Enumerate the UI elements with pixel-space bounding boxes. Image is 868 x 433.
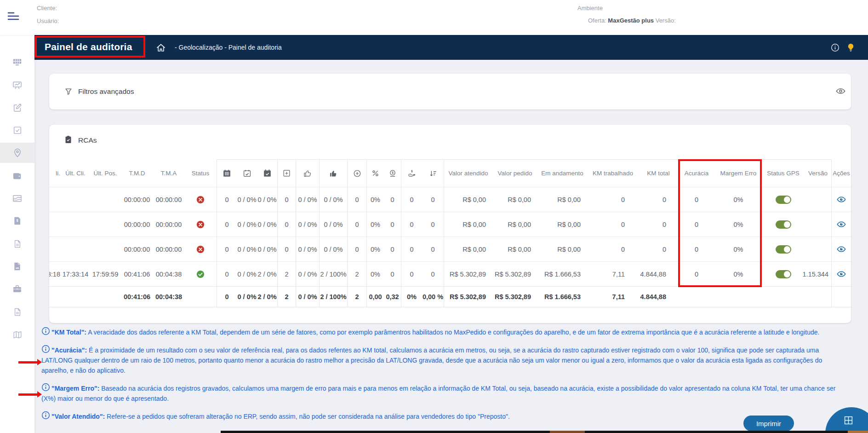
filters-panel[interactable]: Filtros avançados (49, 74, 851, 110)
table-cell: 0 (422, 212, 444, 237)
sidebar-item-wallet[interactable] (0, 166, 34, 186)
rca-title: RCAs (78, 136, 97, 144)
status-error-icon (196, 245, 205, 254)
sidebar-item-map[interactable] (0, 324, 34, 345)
toggle-knob (784, 196, 790, 203)
table-cell (831, 287, 851, 307)
presentation-chart-icon (12, 80, 23, 91)
column-header-status_gps: Status GPS (762, 159, 805, 187)
sidebar-item-presentation-chart[interactable] (0, 75, 34, 95)
taskbar-strip (221, 431, 868, 433)
table-cell: 7,11 (587, 262, 639, 286)
sidebar-item-document[interactable] (0, 234, 34, 254)
sidebar-item-report[interactable] (0, 256, 34, 277)
gps-toggle-on[interactable] (776, 270, 791, 278)
info-circle-icon[interactable] (831, 43, 839, 52)
table-header-row: li.Últ. Cli.Últ. Pos.T.M.DT.M.AStatusVal… (49, 159, 851, 187)
gps-toggle-on[interactable] (776, 245, 791, 254)
status-error-icon (196, 220, 205, 229)
table-cell: 0 / 0% (257, 187, 277, 212)
column-header-cal_done (257, 159, 277, 187)
column-header-acoes: Ações (831, 159, 851, 187)
table-cell: 00:00:00 (153, 237, 184, 261)
dashboard-icon (12, 57, 23, 68)
table-cell: 00:04:38 (153, 262, 184, 286)
rca-table: li.Últ. Cli.Últ. Pos.T.M.DT.M.AStatusVal… (49, 159, 851, 307)
view-details-button[interactable] (837, 221, 846, 227)
table-cell: 0 / 0% (296, 237, 319, 261)
sidebar-item-briefcase[interactable] (0, 279, 34, 299)
sidebar-item-location-pin[interactable] (0, 143, 34, 163)
table-cell (90, 212, 121, 237)
sidebar-item-checkbox[interactable] (0, 120, 34, 140)
taskbar-segment (550, 431, 585, 433)
info-circle-icon[interactable] (41, 327, 50, 335)
sidebar-item-edit[interactable] (0, 98, 34, 118)
footnote-label: "Margem Erro": (51, 385, 99, 392)
info-circle-icon[interactable] (41, 345, 50, 353)
table-cell: 2 (277, 262, 296, 286)
table-cell: 0 (277, 237, 296, 261)
area-chart-icon (12, 193, 23, 204)
column-header-valor_atendido: Valor atendido (444, 159, 492, 187)
topbar: Cliente: Usuário: Ambiente Oferta: MaxGe… (0, 0, 868, 35)
table-cell: 0% (715, 237, 762, 261)
lightbulb-icon[interactable] (846, 42, 856, 52)
footnote-text: Refere-se a pedidos que sofreram alteraç… (107, 413, 510, 420)
table-cell: 7,11 (587, 287, 639, 307)
view-details-button[interactable] (837, 271, 846, 277)
filter-icon (64, 87, 73, 96)
table-cell: 0 (347, 212, 366, 237)
hamburger-icon (6, 11, 20, 21)
gps-toggle-on[interactable] (776, 220, 791, 229)
visibility-eye-icon[interactable] (836, 88, 845, 94)
table-cell: 00:41:06 (121, 287, 153, 307)
taskbar-segment (848, 431, 868, 433)
column-header-like_out (296, 159, 319, 187)
percent-icon (371, 169, 379, 177)
table-cell: 0 (401, 262, 422, 286)
table-cell: 0% (715, 212, 762, 237)
table-cell: 0 (277, 187, 296, 212)
column-header-tma: T.M.A (153, 159, 184, 187)
menu-toggle-button[interactable] (6, 11, 20, 23)
table-cell (49, 187, 61, 212)
table-cell: 0% (366, 187, 384, 212)
sidebar-item-dashboard[interactable] (0, 52, 34, 72)
edit-icon (12, 103, 23, 113)
table-cell (61, 237, 90, 261)
table-cell: 0 / 0% (237, 187, 257, 212)
table-cell (49, 237, 61, 261)
table-cell (762, 237, 805, 261)
table-cell (805, 237, 831, 261)
rca-panel: RCAs li.Últ. Cli.Últ. Pos.T.M.DT.M.AStat… (49, 125, 851, 323)
sidebar-item-area-chart[interactable] (0, 188, 34, 208)
gps-toggle-on[interactable] (776, 196, 791, 204)
table-cell (49, 287, 61, 307)
footnote-valor-atendido: "Valor Atendido": Refere-se a pedidos qu… (41, 410, 849, 421)
footnote-text: A veracidade dos dados referente a KM To… (88, 329, 819, 336)
table-cell: 0% (366, 237, 384, 261)
column-header-like_fill (319, 159, 347, 187)
view-details-button[interactable] (837, 196, 846, 202)
sidebar-item-document[interactable] (0, 302, 34, 322)
calendar-grid-icon (223, 169, 231, 178)
footnote-text: É a proximidade de um resultado com o se… (41, 346, 822, 374)
info-circle-icon[interactable] (41, 383, 50, 392)
view-details-button[interactable] (837, 246, 846, 252)
column-header-ult_pos: Últ. Pos. (90, 159, 121, 187)
table-cell: 0 / 0% (296, 187, 319, 212)
breadcrumb-home-icon[interactable] (155, 42, 166, 53)
table-cell: 00:00:00 (153, 212, 184, 237)
info-circle-icon[interactable] (41, 411, 50, 420)
print-button[interactable]: Imprimir (743, 416, 794, 431)
table-row: 00:00:0000:00:0000 / 0%0 / 0%00 / 0%0 / … (49, 187, 851, 212)
table-cell (61, 212, 90, 237)
calendar-check-filled-icon (263, 169, 272, 178)
table-cell: R$ 0,00 (444, 237, 492, 261)
sidebar-item-invoice[interactable] (0, 211, 34, 231)
table-cell (184, 287, 217, 307)
calendar-check-outline-icon (243, 169, 251, 178)
coin-dollar-icon (389, 169, 396, 178)
column-header-tmd: T.M.D (121, 159, 153, 187)
